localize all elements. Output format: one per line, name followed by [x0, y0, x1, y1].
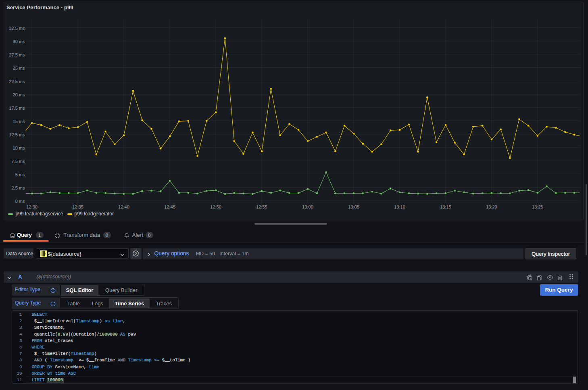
svg-text:?: ? — [135, 251, 137, 256]
